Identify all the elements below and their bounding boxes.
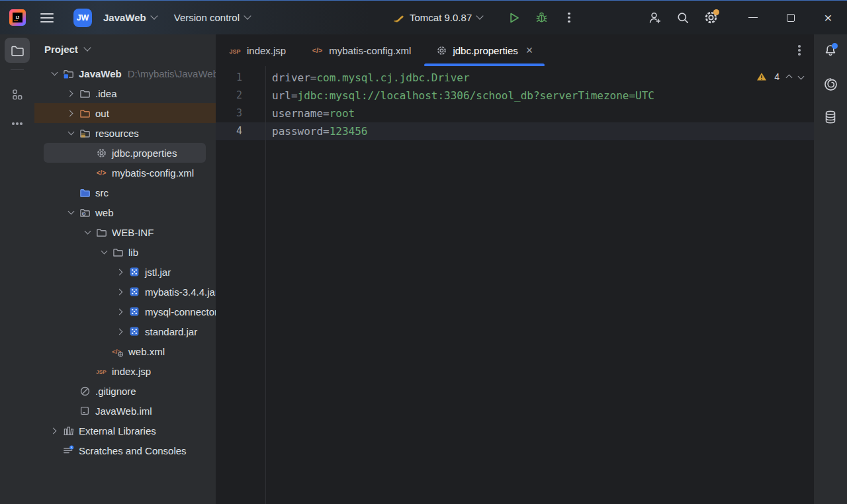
- database-button[interactable]: [818, 105, 843, 130]
- debug-bug-icon: [534, 10, 549, 25]
- svg-text:</>: </>: [312, 46, 322, 54]
- folder-icon: [95, 226, 107, 238]
- line-number[interactable]: 1: [216, 69, 265, 87]
- chevron-down-icon[interactable]: [79, 231, 95, 233]
- tree-row-.gitignore[interactable]: .gitignore: [34, 381, 216, 401]
- chevron-down-icon[interactable]: [46, 72, 62, 75]
- run-button[interactable]: [500, 5, 527, 31]
- project-switcher[interactable]: JW JavaWeb: [69, 6, 161, 30]
- code-text: url=jdbc:mysql://localhost:3306/school_d…: [265, 87, 654, 105]
- close-tab-icon[interactable]: ×: [526, 44, 533, 56]
- line-number[interactable]: 3: [216, 105, 265, 122]
- tree-row-mybatis-config.xml[interactable]: </>mybatis-config.xml: [34, 163, 216, 183]
- tree-row-javaweb.iml[interactable]: JavaWeb.iml: [34, 401, 216, 421]
- tab-mybatis-config.xml[interactable]: </>mybatis-config.xml: [298, 34, 424, 66]
- jsp-icon: JSP: [228, 44, 242, 57]
- tree-row-external-libraries[interactable]: External Libraries: [34, 421, 216, 441]
- chevron-right-icon[interactable]: [46, 429, 62, 433]
- tree-row-web-inf[interactable]: WEB-INF: [34, 222, 216, 242]
- tree-row-javaweb[interactable]: JavaWebD:\mybatis\JavaWeb: [34, 63, 216, 83]
- debug-button[interactable]: [527, 5, 555, 31]
- tree-item-label: JavaWeb.iml: [95, 405, 152, 417]
- ellipsis-icon: [16, 122, 19, 125]
- svg-text:</>: </>: [97, 169, 107, 177]
- ai-assistant-button[interactable]: [818, 71, 843, 97]
- main-area: Project JavaWebD:\mybatis\JavaWeb.ideaou…: [0, 34, 847, 504]
- close-window-button[interactable]: ×: [809, 1, 847, 34]
- tree-row-.idea[interactable]: .idea: [34, 83, 216, 103]
- tree-row-web.xml[interactable]: </>web.xml: [34, 341, 216, 361]
- inspections-widget[interactable]: 4: [756, 71, 803, 82]
- ai-assistant-icon: [823, 76, 839, 93]
- tree-item-label: index.jsp: [112, 366, 151, 377]
- chevron-down-icon[interactable]: [63, 132, 79, 134]
- tab-jdbc.properties[interactable]: jdbc.properties×: [424, 34, 545, 66]
- vcs-widget[interactable]: Version control: [170, 9, 254, 26]
- notifications-button[interactable]: [818, 38, 843, 63]
- project-panel-header[interactable]: Project: [34, 34, 216, 63]
- chevron-spacer: [63, 190, 79, 195]
- folder-icon: [10, 43, 25, 58]
- tree-row-index.jsp[interactable]: JSPindex.jsp: [34, 361, 216, 381]
- tree-item-label: lib: [128, 247, 138, 258]
- next-problem-icon[interactable]: [798, 73, 805, 79]
- chevron-right-icon[interactable]: [112, 290, 128, 294]
- structure-icon: [10, 87, 24, 102]
- line-number[interactable]: 4: [216, 122, 265, 140]
- chevron-right-icon[interactable]: [63, 111, 79, 116]
- tree-row-resources[interactable]: resources: [34, 123, 216, 143]
- tree-item-label: resources: [95, 128, 139, 139]
- iml-icon: [79, 405, 91, 417]
- minimize-button[interactable]: [734, 1, 772, 34]
- main-menu-hamburger-icon[interactable]: [40, 13, 54, 22]
- tree-row-scratches-and-consoles[interactable]: Scratches and Consoles: [34, 441, 216, 460]
- line-number[interactable]: 2: [216, 87, 265, 105]
- previous-problem-icon[interactable]: [786, 75, 793, 81]
- chevron-down-icon[interactable]: [96, 251, 112, 253]
- chevron-spacer: [96, 349, 112, 354]
- right-tool-strip: [814, 34, 847, 504]
- svg-text:JSP: JSP: [229, 48, 240, 55]
- project-panel: Project JavaWebD:\mybatis\JavaWeb.ideaou…: [34, 34, 216, 504]
- vcs-label: Version control: [174, 12, 240, 23]
- tree-row-lib[interactable]: lib: [34, 242, 216, 262]
- jar-icon: [128, 266, 140, 278]
- search-everywhere-button[interactable]: [669, 5, 697, 31]
- chevron-down-icon: [83, 44, 91, 51]
- tree-row-src[interactable]: src: [34, 183, 216, 202]
- tree-row-out[interactable]: out: [34, 103, 216, 123]
- svg-text:JSP: JSP: [96, 369, 107, 375]
- more-tool-windows-button[interactable]: [5, 111, 30, 136]
- settings-button[interactable]: [697, 5, 725, 31]
- title-bar: IJ JW JavaWeb Version control Tomcat 9.0…: [0, 1, 847, 34]
- editor-surface[interactable]: 1driver=com.mysql.cj.jdbc.Driver2url=jdb…: [216, 66, 814, 504]
- structure-tool-window-button[interactable]: [5, 82, 30, 107]
- tab-index.jsp[interactable]: JSPindex.jsp: [216, 34, 298, 66]
- chevron-right-icon[interactable]: [112, 270, 128, 274]
- folder-web-icon: [79, 206, 91, 218]
- tree-row-standard.jar[interactable]: standard.jar: [34, 321, 216, 341]
- tree-item-label: .idea: [95, 88, 117, 99]
- maximize-button[interactable]: [772, 1, 809, 34]
- tab-options-button[interactable]: [785, 34, 814, 66]
- chevron-right-icon[interactable]: [63, 91, 79, 96]
- tree-item-label: out: [95, 108, 109, 119]
- tree-row-web[interactable]: web: [34, 202, 216, 222]
- tree-item-label: jstl.jar: [145, 267, 171, 278]
- tree-row-jstl.jar[interactable]: jstl.jar: [34, 262, 216, 282]
- run-config-name: Tomcat 9.0.87: [410, 12, 472, 23]
- ide-window: IJ JW JavaWeb Version control Tomcat 9.0…: [0, 0, 847, 504]
- tree-item-label: WEB-INF: [112, 227, 154, 238]
- chevron-right-icon[interactable]: [112, 310, 128, 314]
- tree-row-jdbc.properties[interactable]: jdbc.properties: [34, 143, 216, 163]
- tree-item-label: mybatis-config.xml: [112, 167, 194, 179]
- more-run-options-button[interactable]: [555, 5, 583, 31]
- chevron-down-icon[interactable]: [63, 211, 79, 214]
- tree-row-mybatis-3.4.4.jar[interactable]: mybatis-3.4.4.jar: [34, 282, 216, 302]
- run-config-selector[interactable]: Tomcat 9.0.87: [389, 9, 486, 26]
- chevron-spacer: [63, 409, 79, 413]
- project-tool-window-button[interactable]: [5, 38, 30, 63]
- tree-row-mysql-connector-java.jar[interactable]: mysql-connector-java.jar: [34, 302, 216, 321]
- code-with-me-button[interactable]: [641, 5, 669, 31]
- chevron-right-icon[interactable]: [112, 329, 128, 334]
